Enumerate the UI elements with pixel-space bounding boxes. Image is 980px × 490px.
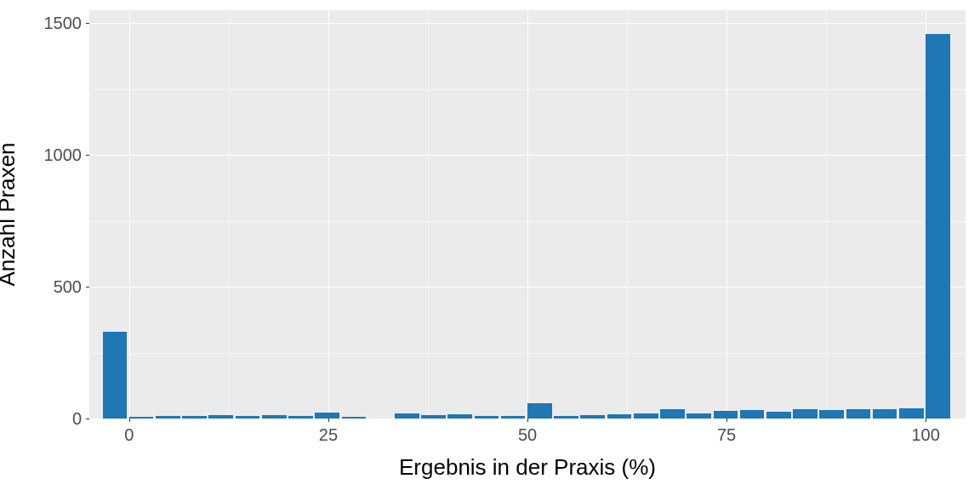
bar — [740, 410, 765, 419]
bar — [634, 413, 658, 419]
bar — [926, 34, 950, 419]
bar — [660, 409, 685, 419]
x-tick — [328, 419, 329, 422]
y-tick-label: 0 — [5, 409, 82, 429]
bar — [156, 416, 180, 419]
bar — [447, 414, 472, 419]
plot-panel — [89, 10, 966, 419]
gridline-v — [726, 10, 727, 419]
y-tick — [86, 419, 89, 419]
bar — [527, 403, 552, 419]
x-tick-label: 100 — [911, 425, 939, 445]
x-tick — [726, 419, 727, 422]
bar — [899, 408, 924, 419]
histogram-chart: Anzahl Praxen Ergebnis in der Praxis (%)… — [0, 0, 980, 490]
bar — [103, 332, 128, 419]
bar — [236, 416, 260, 419]
bar — [315, 413, 339, 419]
bar — [129, 417, 154, 419]
x-tick — [527, 419, 528, 422]
x-tick-label: 0 — [124, 425, 134, 445]
bar — [342, 417, 367, 419]
bar — [182, 416, 207, 419]
gridline-v-minor — [428, 10, 429, 419]
bar — [687, 413, 711, 419]
gridline-v-minor — [826, 10, 827, 419]
bar — [475, 416, 499, 419]
gridline-v-minor — [627, 10, 628, 419]
gridline-v — [527, 10, 528, 419]
bar — [262, 415, 287, 419]
bar — [793, 409, 818, 419]
gridline-v-minor — [229, 10, 230, 419]
bar — [580, 415, 605, 419]
x-tick — [926, 419, 926, 422]
gridline-v — [129, 10, 130, 419]
x-tick-label: 25 — [319, 425, 338, 445]
x-axis-label: Ergebnis in der Praxis (%) — [399, 454, 656, 481]
bar — [873, 409, 897, 419]
x-tick — [129, 419, 130, 422]
y-tick — [86, 23, 89, 24]
y-tick-label: 500 — [5, 277, 82, 297]
bar — [501, 416, 526, 419]
y-tick-label: 1500 — [5, 14, 82, 33]
bar — [607, 414, 632, 419]
y-tick — [86, 155, 89, 156]
y-tick — [86, 287, 89, 288]
bar — [714, 411, 738, 419]
bar — [554, 416, 578, 419]
x-tick-label: 75 — [717, 425, 736, 445]
bar — [819, 410, 844, 419]
bar — [288, 416, 313, 419]
bar — [208, 415, 233, 419]
bar — [421, 415, 446, 419]
bar — [395, 413, 419, 419]
bar — [766, 412, 791, 419]
y-tick-label: 1000 — [5, 145, 82, 165]
bar — [846, 409, 871, 419]
gridline-v — [328, 10, 329, 419]
x-tick-label: 50 — [518, 425, 537, 445]
